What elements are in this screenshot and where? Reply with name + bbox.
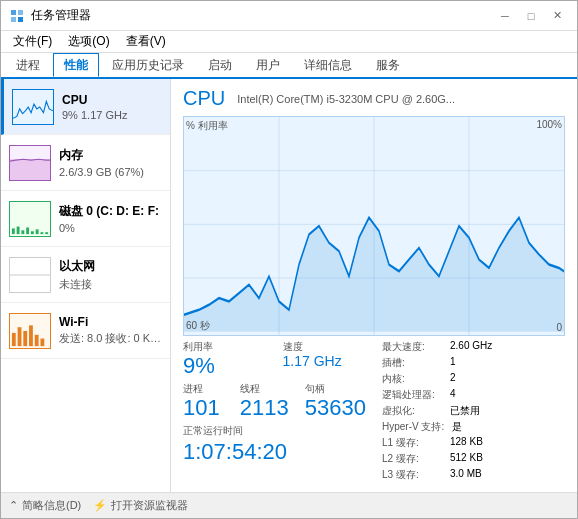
max-speed-value: 2.60 GHz <box>450 340 492 354</box>
stat-cores: 内核: 2 <box>382 372 565 386</box>
thread-label: 线程 <box>240 382 289 396</box>
l3-value: 3.0 MB <box>450 468 482 482</box>
eth-sidebar-sub: 未连接 <box>59 277 162 292</box>
svg-rect-5 <box>12 228 15 234</box>
chart-x-label: 60 秒 <box>186 319 210 333</box>
sidebar-item-cpu[interactable]: CPU 9% 1.17 GHz <box>1 79 170 135</box>
tab-startup[interactable]: 启动 <box>197 53 243 77</box>
svg-rect-15 <box>18 327 22 346</box>
wifi-sidebar-title: Wi-Fi <box>59 315 162 329</box>
stats-left: 利用率 9% 速度 1.17 GHz 进程 101 <box>183 340 366 484</box>
cpu-chart: % 利用率 100% 60 秒 0 <box>183 116 565 336</box>
menu-view[interactable]: 查看(V) <box>118 31 174 52</box>
hyperv-label: Hyper-V 支持: <box>382 420 444 434</box>
menu-options[interactable]: 选项(O) <box>60 31 117 52</box>
disk-sidebar-title: 磁盘 0 (C: D: E: F: <box>59 203 162 220</box>
stat-hyperv: Hyper-V 支持: 是 <box>382 420 565 434</box>
cores-label: 内核: <box>382 372 442 386</box>
cores-value: 2 <box>450 372 456 386</box>
footer: ⌃ 简略信息(D) ⚡ 打开资源监视器 <box>1 492 577 518</box>
summary-label: 简略信息(D) <box>22 498 81 513</box>
thread-value: 2113 <box>240 396 289 420</box>
menu-bar: 文件(F) 选项(O) 查看(V) <box>1 31 577 53</box>
content-subtitle: Intel(R) Core(TM) i5-3230M CPU @ 2.60G..… <box>237 93 565 105</box>
close-button[interactable]: ✕ <box>545 6 569 26</box>
mem-sidebar-title: 内存 <box>59 147 162 164</box>
content-title: CPU <box>183 87 225 110</box>
handle-label: 句柄 <box>305 382 366 396</box>
stat-l2: L2 缓存: 512 KB <box>382 452 565 466</box>
wifi-sidebar-sub: 发送: 8.0 接收: 0 Kbps <box>59 331 162 346</box>
tab-users[interactable]: 用户 <box>245 53 291 77</box>
stat-threads: 线程 2113 <box>240 382 289 420</box>
sidebar: CPU 9% 1.17 GHz 内存 2.6/3.9 GB (67%) <box>1 79 171 492</box>
app-icon <box>9 8 25 24</box>
chart-y-label: % 利用率 <box>186 119 228 133</box>
chevron-up-icon: ⌃ <box>9 499 18 512</box>
eth-sidebar-title: 以太网 <box>59 258 162 275</box>
l2-label: L2 缓存: <box>382 452 442 466</box>
resource-monitor-link[interactable]: ⚡ 打开资源监视器 <box>93 498 188 513</box>
sidebar-item-memory[interactable]: 内存 2.6/3.9 GB (67%) <box>1 135 170 191</box>
max-speed-label: 最大速度: <box>382 340 442 354</box>
stat-handles: 句柄 53630 <box>305 382 366 420</box>
virtual-label: 虚拟化: <box>382 404 442 418</box>
stat-max-speed: 最大速度: 2.60 GHz <box>382 340 565 354</box>
wifi-mini-chart <box>9 313 51 349</box>
tab-services[interactable]: 服务 <box>365 53 411 77</box>
sidebar-item-wifi[interactable]: Wi-Fi 发送: 8.0 接收: 0 Kbps <box>1 303 170 359</box>
sidebar-item-ethernet[interactable]: 以太网 未连接 <box>1 247 170 303</box>
disk-sidebar-info: 磁盘 0 (C: D: E: F: 0% <box>59 203 162 234</box>
sockets-value: 1 <box>450 356 456 370</box>
summary-toggle[interactable]: ⌃ 简略信息(D) <box>9 498 81 513</box>
virtual-value: 已禁用 <box>450 404 480 418</box>
l1-label: L1 缓存: <box>382 436 442 450</box>
chart-x-max: 0 <box>556 322 562 333</box>
tab-processes[interactable]: 进程 <box>5 53 51 77</box>
svg-rect-16 <box>23 331 27 346</box>
l1-value: 128 KB <box>450 436 483 450</box>
handle-value: 53630 <box>305 396 366 420</box>
tab-details[interactable]: 详细信息 <box>293 53 363 77</box>
svg-marker-26 <box>184 218 564 332</box>
svg-rect-12 <box>45 232 48 234</box>
speed-value: 1.17 GHz <box>283 354 367 369</box>
mem-mini-chart <box>9 145 51 181</box>
hyperv-value: 是 <box>452 420 462 434</box>
disk-sidebar-sub: 0% <box>59 222 162 234</box>
tab-performance[interactable]: 性能 <box>53 53 99 77</box>
stat-utilization: 利用率 9% <box>183 340 267 378</box>
stat-virtual: 虚拟化: 已禁用 <box>382 404 565 418</box>
cpu-sidebar-title: CPU <box>62 93 162 107</box>
stat-row-proc-thread-handle: 进程 101 线程 2113 句柄 53630 <box>183 382 366 420</box>
proc-label: 进程 <box>183 382 224 396</box>
stat-row-util-speed: 利用率 9% 速度 1.17 GHz <box>183 340 366 378</box>
monitor-icon: ⚡ <box>93 499 107 512</box>
svg-rect-10 <box>36 229 39 234</box>
uptime-value: 1:07:54:20 <box>183 439 366 465</box>
wifi-sidebar-info: Wi-Fi 发送: 8.0 接收: 0 Kbps <box>59 315 162 346</box>
svg-rect-3 <box>18 17 23 22</box>
stat-logical: 逻辑处理器: 4 <box>382 388 565 402</box>
logical-label: 逻辑处理器: <box>382 388 442 402</box>
svg-rect-19 <box>40 338 44 346</box>
minimize-button[interactable]: ─ <box>493 6 517 26</box>
uptime-label: 正常运行时间 <box>183 424 366 438</box>
maximize-button[interactable]: □ <box>519 6 543 26</box>
sidebar-item-disk[interactable]: 磁盘 0 (C: D: E: F: 0% <box>1 191 170 247</box>
svg-rect-17 <box>29 325 33 346</box>
stats-right: 最大速度: 2.60 GHz 插槽: 1 内核: 2 逻辑处理器: 4 <box>382 340 565 484</box>
svg-rect-11 <box>40 232 43 234</box>
svg-rect-7 <box>21 230 24 234</box>
disk-mini-chart <box>9 201 51 237</box>
logical-value: 4 <box>450 388 456 402</box>
eth-sidebar-info: 以太网 未连接 <box>59 258 162 292</box>
menu-file[interactable]: 文件(F) <box>5 31 60 52</box>
cpu-chart-svg <box>184 117 564 335</box>
svg-rect-8 <box>26 227 29 234</box>
svg-rect-14 <box>12 332 16 345</box>
cpu-sidebar-sub: 9% 1.17 GHz <box>62 109 162 121</box>
tab-app-history[interactable]: 应用历史记录 <box>101 53 195 77</box>
cpu-sidebar-info: CPU 9% 1.17 GHz <box>62 93 162 121</box>
stat-speed: 速度 1.17 GHz <box>283 340 367 378</box>
